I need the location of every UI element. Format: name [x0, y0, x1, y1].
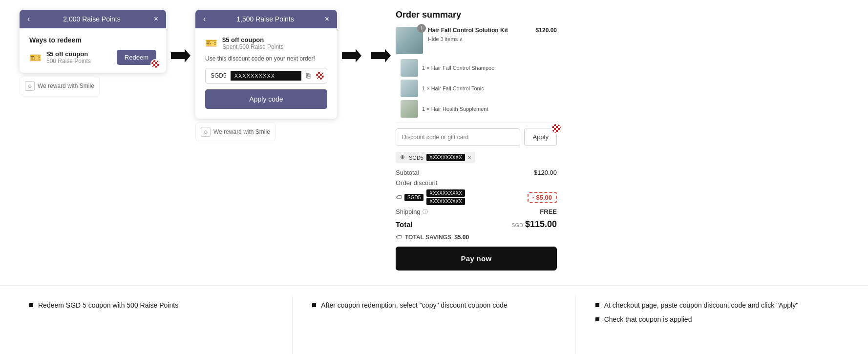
shipping-value: FREE	[540, 208, 557, 215]
step3-block: Order summary 1 Hair Fall Control Soluti…	[396, 10, 557, 271]
discount-input-area: Apply	[396, 128, 557, 146]
coupon-title: $5 off coupon	[46, 50, 91, 58]
sub-item-1: 1 × Hair Fall Control Shampoo	[396, 59, 557, 77]
coupon-icon2: 🎫	[205, 37, 217, 49]
coupon-icon: 🎫	[29, 52, 42, 63]
order-summary-panel: Order summary 1 Hair Fall Control Soluti…	[396, 10, 557, 271]
apply-code-button[interactable]: Apply code	[205, 89, 327, 109]
savings-amount: $5.00	[454, 234, 469, 241]
step1-body: Ways to redeem 🎫 $5 off coupon 500 Raise…	[20, 28, 166, 73]
code-prefix: SGD5	[206, 68, 231, 83]
arrow2-shape	[342, 49, 361, 62]
arrow1	[166, 49, 195, 62]
shipping-row: Shipping ⓘ FREE	[396, 208, 557, 215]
total-value: SGD $115.00	[511, 219, 557, 229]
discount-prefix-dark: SGD5	[404, 194, 423, 201]
order-discount-section: Order discount 🏷 SGD5 XXXXXXXXXX XXXXXXX…	[396, 179, 557, 205]
step1-smile-icon: ☺	[25, 81, 35, 91]
step2-use-text: Use this discount code on your next orde…	[205, 55, 327, 62]
sub-items: 1 × Hair Fall Control Shampoo 1 × Hair F…	[396, 59, 557, 118]
discount-amount: - $5.00	[528, 192, 557, 203]
step2-close-button[interactable]: ×	[325, 15, 329, 23]
product-img-wrapper: 1	[396, 27, 423, 54]
bottom-step2: After coupon redemption, select "copy" d…	[302, 295, 565, 354]
sub-item-img-2	[401, 80, 418, 97]
arrow3-shape	[371, 49, 391, 62]
step2-body: 🎫 $5 off coupon Spent 500 Raise Points U…	[195, 28, 337, 119]
pay-now-button[interactable]: Pay now	[396, 247, 557, 271]
sub-item-2: 1 × Hair Fall Control Tonic	[396, 80, 557, 97]
step1-smile-bar: ☺ We reward with Smile	[20, 77, 100, 95]
step3-desc-text-2: Check that coupon is applied	[604, 314, 692, 325]
product-badge: 1	[417, 24, 426, 33]
step1-card: ‹ 2,000 Raise Points × Ways to redeem 🎫 …	[20, 10, 166, 73]
step2-coup-sub: Spent 500 Raise Points	[222, 43, 283, 50]
subtotal-value: $120.00	[534, 169, 557, 176]
step2-desc-item-1: After coupon redemption, select "copy" d…	[312, 300, 555, 311]
divider	[396, 123, 557, 123]
discount-code-input[interactable]	[396, 128, 520, 146]
step3-desc-text-1: At checkout page, paste coupon discount …	[604, 300, 799, 311]
step2-smile-icon: ☺	[201, 127, 211, 137]
arrow3	[366, 49, 396, 62]
step1-points: 2,000 Raise Points	[63, 15, 121, 23]
code-value: XXXXXXXXXX	[231, 71, 301, 81]
coupon-subtitle: 500 Raise Points	[46, 58, 91, 64]
step3-desc-item-2: Check that coupon is applied	[595, 314, 839, 325]
bullet3a	[595, 303, 599, 307]
product-name: Hair Fall Control Solution Kit	[428, 27, 531, 35]
bottom-step3: At checkout page, paste coupon discount …	[586, 295, 848, 354]
discount-code1-dark: XXXXXXXXXX	[426, 189, 465, 197]
subtotal-row: Subtotal $120.00	[396, 169, 557, 176]
applied-code-icon: 👁	[400, 154, 406, 161]
step1-close-button[interactable]: ×	[154, 15, 158, 23]
coupon-row: 🎫 $5 off coupon 500 Raise Points Redeem	[29, 50, 156, 65]
discount-badge	[551, 123, 562, 134]
total-label: Total	[396, 220, 413, 229]
sub-item-name-3: 1 × Hair Health Supplement	[422, 105, 488, 112]
savings-icon: 🏷	[396, 233, 402, 241]
total-currency: SGD	[511, 222, 523, 228]
bottom-step1: Redeem SGD 5 coupon with 500 Raise Point…	[20, 295, 282, 354]
product-info: Hair Fall Control Solution Kit Hide 3 it…	[428, 27, 531, 42]
step2-smile-bar: ☺ We reward with Smile	[195, 123, 275, 141]
applied-code-value: XXXXXXXXXX	[426, 154, 465, 161]
total-row: Total SGD $115.00	[396, 219, 557, 229]
product-price: $120.00	[536, 27, 557, 34]
step2-desc-text-1: After coupon redemption, select "copy" d…	[321, 300, 507, 311]
step1-smile-text: We reward with Smile	[38, 83, 94, 89]
main-container: ‹ 2,000 Raise Points × Ways to redeem 🎫 …	[0, 0, 868, 280]
step2-back-arrow[interactable]: ‹	[203, 15, 206, 23]
arrow2	[337, 49, 366, 62]
step2-header: ‹ 1,500 Raise Points ×	[195, 10, 337, 28]
copy-button[interactable]: ⎘	[301, 69, 315, 83]
applied-code-tag: 👁 SGD5 XXXXXXXXXX ×	[396, 152, 475, 163]
order-discount-label: Order discount	[396, 179, 437, 187]
discount-icon-small: 🏷	[396, 194, 402, 201]
applied-code-prefix: SGD5	[409, 155, 423, 161]
remove-code-button[interactable]: ×	[468, 154, 471, 161]
step3-description-list: At checkout page, paste coupon discount …	[595, 300, 839, 325]
savings-row: 🏷 TOTAL SAVINGS $5.00	[396, 233, 557, 241]
step2-description-list: After coupon redemption, select "copy" d…	[312, 300, 555, 311]
hide-items-button[interactable]: Hide 3 items ∧	[428, 36, 531, 42]
separator1	[292, 295, 293, 354]
bullet1	[29, 303, 33, 307]
step2-card: ‹ 1,500 Raise Points × 🎫 $5 off coupon S…	[195, 10, 337, 119]
redeem-badge	[150, 59, 160, 69]
shipping-label: Shipping ⓘ	[396, 208, 428, 215]
step1-desc-item-1: Redeem SGD 5 coupon with 500 Raise Point…	[29, 300, 273, 311]
sub-item-img-3	[401, 100, 418, 118]
ways-to-redeem-title: Ways to redeem	[29, 36, 156, 44]
separator2	[575, 295, 576, 354]
step1-back-arrow[interactable]: ‹	[27, 15, 30, 23]
bullet3b	[595, 317, 599, 321]
order-discount-row: Order discount	[396, 179, 557, 187]
arrow1-shape	[171, 49, 191, 62]
step3-desc-item-1: At checkout page, paste coupon discount …	[595, 300, 839, 311]
code-input-row: SGD5 XXXXXXXXXX ⎘	[205, 68, 327, 83]
discount-code-detail: 🏷 SGD5 XXXXXXXXXX XXXXXXXXXX	[396, 189, 465, 205]
step1-description-list: Redeem SGD 5 coupon with 500 Raise Point…	[29, 300, 273, 311]
sub-item-img-1	[401, 59, 418, 77]
step2-wrapper: ‹ 1,500 Raise Points × 🎫 $5 off coupon S…	[195, 10, 337, 141]
